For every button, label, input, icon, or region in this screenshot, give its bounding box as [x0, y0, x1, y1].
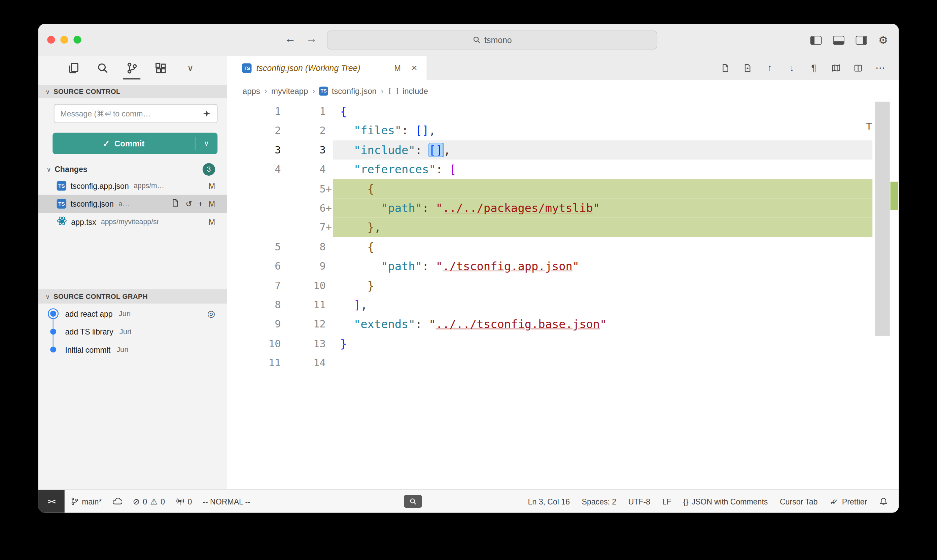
code-text[interactable]: "extends": "../../tsconfig.base.json": [333, 314, 872, 334]
language-indicator[interactable]: {} JSON with Comments: [683, 497, 768, 506]
line-number-old: 11: [227, 353, 281, 372]
go-to-file-icon[interactable]: [720, 63, 731, 73]
command-center[interactable]: tsmono: [327, 31, 657, 50]
discard-changes-icon[interactable]: ↺: [186, 199, 192, 208]
whitespace-icon[interactable]: ¶: [808, 63, 819, 73]
commit-row[interactable]: add react appJuri◎: [38, 305, 227, 323]
breadcrumb-item[interactable]: apps: [243, 86, 260, 95]
toggle-secondary-sidebar-icon[interactable]: [855, 36, 867, 45]
encoding-indicator[interactable]: UTF-8: [628, 497, 650, 506]
token: "include": [354, 143, 415, 157]
branch-indicator[interactable]: main*: [71, 497, 102, 506]
toggle-primary-sidebar-icon[interactable]: [810, 36, 822, 45]
publish-cloud-icon[interactable]: [112, 497, 122, 506]
target-icon[interactable]: ◎: [207, 308, 215, 319]
back-icon[interactable]: ←: [285, 32, 296, 45]
problems-indicator[interactable]: ⊘ 0 ⚠ 0: [133, 496, 165, 506]
code-text[interactable]: }: [333, 334, 872, 353]
line-number-new: 1: [281, 102, 325, 121]
commit-row[interactable]: add TS libraryJuri: [38, 323, 227, 341]
diff-editor[interactable]: 11{22 "files": [],33 "include": [],44 "r…: [227, 102, 899, 490]
code-line: 69 "path": "./tsconfig.app.json": [227, 257, 873, 276]
workbench: ∨ ∨ SOURCE CONTROL Message (⌘⏎ to comm… …: [38, 56, 899, 490]
source-control-graph-header[interactable]: ∨ SOURCE CONTROL GRAPH: [38, 289, 227, 303]
code-text[interactable]: "include": [],: [333, 140, 872, 160]
more-actions-icon[interactable]: ⋯: [875, 63, 886, 73]
code-text[interactable]: {: [333, 102, 872, 121]
commit-row[interactable]: Initial commitJuri: [38, 341, 227, 358]
open-changes-icon[interactable]: [742, 63, 753, 73]
code-text[interactable]: "files": [],: [333, 121, 872, 140]
split-editor-icon[interactable]: [853, 63, 864, 73]
vscode-window: ← → tsmono ⚙: [38, 24, 899, 512]
token: ": [436, 201, 443, 214]
braces-icon: {}: [683, 497, 688, 506]
more-views-icon[interactable]: ∨: [184, 62, 197, 74]
token: [340, 260, 381, 272]
close-tab-icon[interactable]: ×: [412, 63, 417, 73]
line-col-indicator[interactable]: Ln 3, Col 16: [528, 497, 570, 506]
settings-gear-icon[interactable]: ⚙: [879, 35, 888, 45]
commit-dropdown-icon[interactable]: ∨: [195, 139, 218, 148]
explorer-icon[interactable]: [67, 62, 79, 74]
zoom-indicator[interactable]: [404, 495, 422, 508]
code-text[interactable]: },: [333, 218, 872, 237]
breadcrumb-item[interactable]: myviteapp: [271, 86, 308, 95]
code-text[interactable]: "references": [: [333, 160, 872, 179]
command-center-text: tsmono: [484, 35, 512, 45]
scrollbar-thumb[interactable]: [875, 102, 889, 336]
extensions-icon[interactable]: [155, 62, 167, 74]
ports-indicator[interactable]: 0: [176, 497, 192, 506]
code-line: 44 "references": [: [227, 160, 873, 179]
breadcrumb-label: include: [403, 86, 428, 95]
stage-changes-icon[interactable]: +: [198, 199, 203, 208]
close-window-button[interactable]: [47, 36, 55, 44]
line-number-new: 9: [281, 257, 325, 276]
search-view-icon[interactable]: [96, 62, 109, 74]
formatter-indicator[interactable]: ✓✓ Prettier: [829, 497, 867, 506]
code-text[interactable]: "path": "./tsconfig.app.json": [333, 257, 872, 276]
commit-message-input[interactable]: Message (⌘⏎ to comm…: [54, 104, 217, 123]
file-row[interactable]: TStsconfig.app.jsonapps/m…M: [38, 177, 227, 195]
source-control-header[interactable]: ∨ SOURCE CONTROL: [38, 85, 227, 98]
line-number-old: 4: [227, 160, 281, 179]
changes-row[interactable]: ∨ Changes 3: [38, 161, 227, 177]
copilot-sparkle-icon[interactable]: [203, 109, 211, 118]
previous-change-icon[interactable]: ↑: [764, 63, 775, 73]
section-title: SOURCE CONTROL: [54, 88, 120, 95]
notifications-bell-icon[interactable]: [879, 497, 888, 506]
remote-indicator[interactable]: ><: [38, 490, 65, 512]
tab-bar: TS tsconfig.json (Working Tree) M × ↑: [227, 56, 899, 81]
modified-badge: M: [394, 64, 400, 73]
code-text[interactable]: {: [333, 179, 872, 198]
search-icon: [472, 36, 481, 45]
token: "files": [354, 124, 402, 137]
tab-tsconfig-working-tree[interactable]: TS tsconfig.json (Working Tree) M ×: [227, 56, 428, 80]
diff-added-sign: [326, 275, 333, 295]
code-text[interactable]: [333, 353, 872, 372]
eol-indicator[interactable]: LF: [662, 497, 671, 506]
diff-added-sign: [326, 121, 333, 140]
zoom-window-button[interactable]: [73, 36, 81, 44]
next-change-icon[interactable]: ↓: [786, 63, 797, 73]
open-file-icon[interactable]: [171, 198, 180, 209]
line-number-new: 10: [281, 275, 325, 295]
token: [340, 201, 381, 214]
toggle-panel-icon[interactable]: [833, 36, 845, 45]
source-control-icon[interactable]: [126, 62, 138, 74]
code-text[interactable]: ],: [333, 295, 872, 315]
file-row[interactable]: TStsconfig.jsona…↺+M: [38, 195, 227, 213]
cursor-tab-indicator[interactable]: Cursor Tab: [780, 497, 817, 506]
code-text[interactable]: }: [333, 275, 872, 295]
breadcrumb-item[interactable]: [ ]include: [388, 86, 428, 95]
token: }: [368, 221, 374, 234]
minimize-window-button[interactable]: [60, 36, 68, 44]
file-row[interactable]: app.tsxapps/myviteapp/sr…M: [38, 213, 227, 231]
forward-icon[interactable]: →: [306, 32, 317, 45]
indent-indicator[interactable]: Spaces: 2: [582, 497, 617, 506]
map-icon[interactable]: [831, 63, 842, 73]
commit-button[interactable]: ✓ Commit ∨: [52, 132, 217, 154]
code-text[interactable]: {: [333, 237, 872, 257]
breadcrumb-item[interactable]: TStsconfig.json: [319, 86, 377, 95]
code-text[interactable]: "path": "../../packages/mytslib": [333, 198, 872, 218]
